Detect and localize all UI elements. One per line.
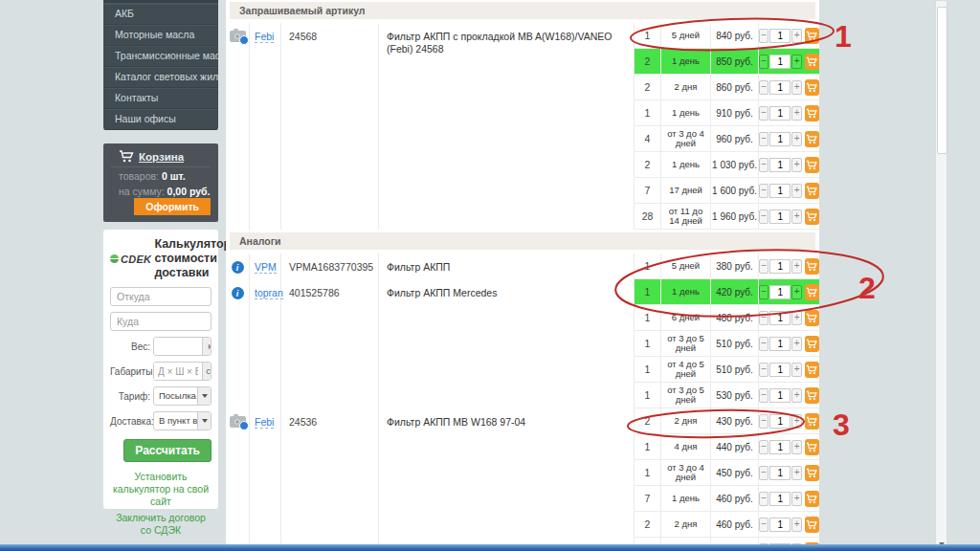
sidebar-item-motor-oils[interactable]: Моторные масла bbox=[103, 25, 218, 46]
qty-decrease-button[interactable]: − bbox=[759, 440, 768, 454]
qty-input[interactable] bbox=[769, 209, 791, 224]
qty-decrease-button[interactable]: − bbox=[759, 311, 768, 325]
qty-increase-button[interactable]: + bbox=[791, 492, 801, 506]
qty-input[interactable] bbox=[769, 132, 791, 146]
qty-decrease-button[interactable]: − bbox=[759, 80, 768, 95]
brand-link[interactable]: topran bbox=[255, 287, 283, 299]
qty-input[interactable] bbox=[769, 363, 791, 377]
add-to-cart-button[interactable] bbox=[805, 336, 819, 352]
qty-decrease-button[interactable]: − bbox=[759, 414, 768, 429]
qty-increase-button[interactable]: + bbox=[791, 209, 801, 224]
qty-input[interactable] bbox=[769, 29, 791, 43]
chevron-down-icon[interactable] bbox=[197, 387, 211, 405]
add-to-cart-button[interactable] bbox=[805, 413, 819, 430]
brand-link[interactable]: Febi bbox=[255, 31, 274, 43]
sidebar-item-offices[interactable]: Наши офисы bbox=[103, 109, 218, 130]
sidebar-item-vests-catalog[interactable]: Каталог световых жилетов bbox=[103, 67, 218, 88]
qty-input[interactable] bbox=[769, 80, 791, 95]
qty-increase-button[interactable]: + bbox=[791, 311, 801, 325]
qty-increase-button[interactable]: + bbox=[791, 29, 801, 43]
qty-increase-button[interactable]: + bbox=[791, 184, 801, 198]
brand-link[interactable]: Febi bbox=[255, 416, 274, 429]
checkout-button[interactable]: Оформить bbox=[134, 198, 211, 215]
qty-decrease-button[interactable]: − bbox=[759, 132, 768, 146]
add-to-cart-button[interactable] bbox=[805, 362, 819, 378]
add-to-cart-button[interactable] bbox=[805, 465, 819, 481]
qty-decrease-button[interactable]: − bbox=[759, 29, 768, 43]
qty-input[interactable] bbox=[769, 337, 791, 351]
qty-decrease-button[interactable]: − bbox=[759, 363, 768, 377]
install-calculator-link[interactable]: Установить калькулятор на свой сайт bbox=[110, 471, 212, 508]
weight-input[interactable] bbox=[154, 338, 202, 355]
qty-decrease-button[interactable]: − bbox=[759, 209, 768, 224]
add-to-cart-button[interactable] bbox=[805, 310, 819, 326]
calculate-button[interactable]: Рассчитать bbox=[123, 439, 212, 462]
origin-input[interactable] bbox=[110, 287, 212, 306]
qty-input[interactable] bbox=[769, 259, 791, 274]
qty-decrease-button[interactable]: − bbox=[759, 337, 768, 351]
qty-increase-button[interactable]: + bbox=[791, 518, 801, 532]
chevron-down-icon[interactable] bbox=[197, 412, 211, 430]
qty-increase-button[interactable]: + bbox=[791, 388, 801, 403]
qty-input[interactable] bbox=[769, 311, 791, 325]
qty-decrease-button[interactable]: − bbox=[759, 259, 768, 274]
qty-decrease-button[interactable]: − bbox=[759, 492, 768, 506]
add-to-cart-button[interactable] bbox=[805, 28, 819, 44]
qty-increase-button[interactable]: + bbox=[791, 440, 801, 454]
dimensions-input[interactable] bbox=[154, 363, 202, 380]
qty-decrease-button[interactable]: − bbox=[759, 184, 768, 198]
add-to-cart-button[interactable] bbox=[805, 491, 819, 507]
add-to-cart-button[interactable] bbox=[805, 258, 819, 275]
tariff-select[interactable]: Посылка bbox=[153, 386, 212, 406]
destination-input[interactable] bbox=[110, 312, 212, 331]
qty-decrease-button[interactable]: − bbox=[759, 106, 768, 121]
add-to-cart-button[interactable] bbox=[805, 284, 819, 300]
cart-link[interactable]: Корзина bbox=[139, 151, 184, 163]
sidebar-item-akb[interactable]: АКБ bbox=[103, 4, 218, 25]
qty-increase-button[interactable]: + bbox=[791, 55, 801, 69]
scrollbar-thumb[interactable] bbox=[937, 7, 947, 154]
add-to-cart-button[interactable] bbox=[805, 105, 819, 121]
qty-increase-button[interactable]: + bbox=[791, 466, 801, 480]
add-to-cart-button[interactable] bbox=[805, 387, 819, 404]
add-to-cart-button[interactable] bbox=[805, 517, 819, 533]
qty-decrease-button[interactable]: − bbox=[759, 388, 768, 403]
qty-input[interactable] bbox=[769, 440, 791, 454]
qty-increase-button[interactable]: + bbox=[791, 106, 801, 121]
qty-input[interactable] bbox=[769, 388, 791, 403]
qty-increase-button[interactable]: + bbox=[791, 80, 801, 95]
photo-icon[interactable] bbox=[230, 31, 246, 42]
qty-input[interactable] bbox=[769, 55, 791, 69]
qty-input[interactable] bbox=[769, 414, 791, 429]
qty-input[interactable] bbox=[769, 106, 791, 121]
qty-input[interactable] bbox=[769, 184, 791, 198]
qty-input[interactable] bbox=[769, 518, 791, 532]
qty-increase-button[interactable]: + bbox=[791, 132, 801, 146]
info-icon[interactable]: i bbox=[232, 287, 244, 299]
qty-decrease-button[interactable]: − bbox=[759, 55, 768, 69]
qty-increase-button[interactable]: + bbox=[791, 414, 801, 429]
add-to-cart-button[interactable] bbox=[805, 54, 819, 70]
qty-increase-button[interactable]: + bbox=[791, 285, 801, 299]
qty-input[interactable] bbox=[769, 466, 791, 480]
add-to-cart-button[interactable] bbox=[805, 79, 819, 96]
brand-link[interactable]: VPM bbox=[255, 261, 277, 274]
info-icon[interactable]: i bbox=[232, 261, 244, 274]
qty-increase-button[interactable]: + bbox=[791, 158, 801, 172]
qty-decrease-button[interactable]: − bbox=[759, 518, 768, 532]
cdek-contract-link[interactable]: Заключить договор со СДЭК bbox=[110, 512, 212, 537]
photo-icon[interactable] bbox=[230, 416, 246, 428]
add-to-cart-button[interactable] bbox=[805, 131, 819, 147]
add-to-cart-button[interactable] bbox=[805, 157, 819, 173]
delivery-select[interactable]: В пункт выд. bbox=[153, 411, 212, 430]
qty-decrease-button[interactable]: − bbox=[759, 285, 768, 299]
sidebar-item-transmission-oils[interactable]: Трансмиссионные масла bbox=[103, 46, 218, 67]
page-scrollbar[interactable] bbox=[935, 0, 947, 551]
sidebar-item-contacts[interactable]: Контакты bbox=[103, 88, 218, 109]
qty-input[interactable] bbox=[769, 285, 791, 299]
qty-increase-button[interactable]: + bbox=[791, 363, 801, 377]
add-to-cart-button[interactable] bbox=[805, 439, 819, 455]
add-to-cart-button[interactable] bbox=[805, 183, 819, 199]
qty-input[interactable] bbox=[769, 492, 791, 506]
qty-decrease-button[interactable]: − bbox=[759, 466, 768, 480]
